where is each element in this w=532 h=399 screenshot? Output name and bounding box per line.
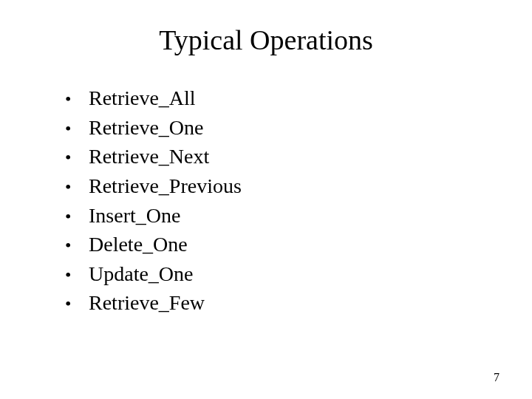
page-number: 7 xyxy=(494,371,499,384)
bullet-icon: • xyxy=(65,233,89,258)
list-item: • Insert_One xyxy=(65,202,495,231)
slide-container: Typical Operations • Retrieve_All • Retr… xyxy=(0,0,532,399)
bullet-list: • Retrieve_All • Retrieve_One • Retrieve… xyxy=(37,84,495,318)
bullet-text: Insert_One xyxy=(89,202,495,231)
bullet-text: Retrieve_Previous xyxy=(89,172,495,201)
bullet-icon: • xyxy=(65,205,89,229)
list-item: • Retrieve_Few xyxy=(65,289,495,318)
bullet-icon: • xyxy=(65,117,89,141)
list-item: • Update_One xyxy=(65,260,495,289)
slide-title: Typical Operations xyxy=(37,24,495,56)
bullet-text: Retrieve_One xyxy=(89,114,495,143)
list-item: • Retrieve_One xyxy=(65,114,495,143)
bullet-text: Delete_One xyxy=(89,231,495,259)
bullet-icon: • xyxy=(65,175,89,200)
list-item: • Retrieve_Next xyxy=(65,143,495,171)
bullet-icon: • xyxy=(65,87,89,112)
bullet-icon: • xyxy=(65,146,89,170)
bullet-text: Update_One xyxy=(89,260,495,289)
bullet-text: Retrieve_Few xyxy=(89,289,495,318)
bullet-icon: • xyxy=(65,292,89,316)
list-item: • Delete_One xyxy=(65,231,495,259)
list-item: • Retrieve_All xyxy=(65,84,495,113)
bullet-icon: • xyxy=(65,263,89,287)
list-item: • Retrieve_Previous xyxy=(65,172,495,201)
bullet-text: Retrieve_All xyxy=(89,84,495,113)
bullet-text: Retrieve_Next xyxy=(89,143,495,171)
